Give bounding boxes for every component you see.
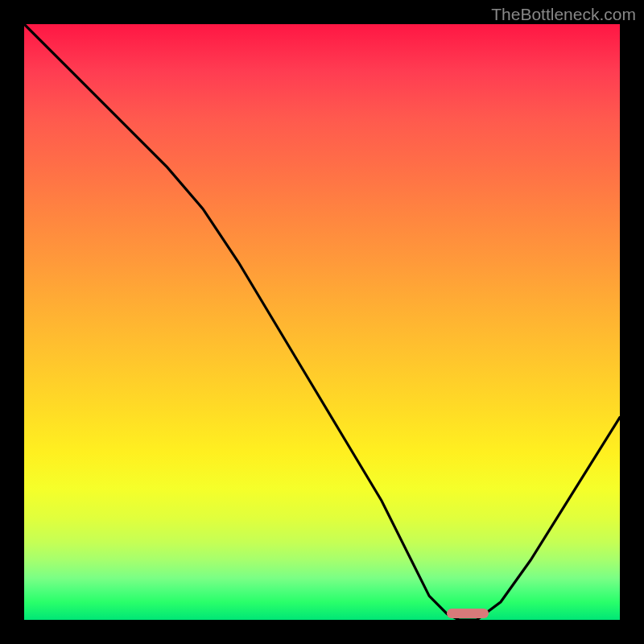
watermark-text: TheBottleneck.com <box>491 5 636 24</box>
optimal-marker <box>447 609 489 618</box>
curve-svg <box>24 24 620 620</box>
bottleneck-curve <box>24 24 620 620</box>
chart-area <box>24 24 620 620</box>
